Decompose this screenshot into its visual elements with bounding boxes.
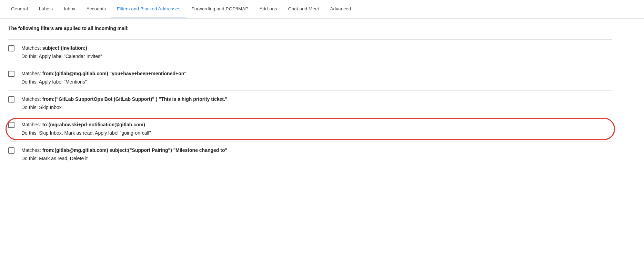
tab-filters[interactable]: Filters and Blocked Addresses bbox=[111, 0, 186, 19]
main-content: The following filters are applied to all… bbox=[0, 19, 621, 174]
filter-3-matches: Matches: from:("GitLab SupportOps Bot (G… bbox=[21, 96, 612, 103]
filter-2-content: Matches: from:(gitlab@mg.gitlab.com) "yo… bbox=[21, 70, 612, 86]
tab-general[interactable]: General bbox=[6, 0, 33, 19]
filter-2-action: Do this: Apply label "Mentions" bbox=[21, 78, 612, 86]
filter-3-checkbox[interactable] bbox=[8, 96, 14, 103]
filter-5-content: Matches: from:(gitlab@mg.gitlab.com) sub… bbox=[21, 147, 612, 162]
settings-tabs: GeneralLabelsInboxAccountsFilters and Bl… bbox=[0, 0, 644, 19]
filter-1: Matches: subject:(Invitation:)Do this: A… bbox=[8, 39, 612, 65]
filter-5-action: Do this: Mark as read, Delete it bbox=[21, 155, 612, 162]
filter-4: Matches: to:(mgrabowski+pd-notification@… bbox=[8, 116, 612, 142]
filter-2: Matches: from:(gitlab@mg.gitlab.com) "yo… bbox=[8, 65, 612, 90]
filter-3: Matches: from:("GitLab SupportOps Bot (G… bbox=[8, 90, 612, 116]
section-header: The following filters are applied to all… bbox=[8, 26, 612, 34]
filter-4-content: Matches: to:(mgrabowski+pd-notification@… bbox=[21, 121, 612, 137]
tab-advanced[interactable]: Advanced bbox=[324, 0, 356, 19]
filter-4-matches: Matches: to:(mgrabowski+pd-notification@… bbox=[21, 121, 612, 128]
tab-addons[interactable]: Add-ons bbox=[254, 0, 283, 19]
filter-4-checkbox[interactable] bbox=[8, 122, 14, 128]
tab-labels[interactable]: Labels bbox=[33, 0, 58, 19]
filter-5-checkbox[interactable] bbox=[8, 147, 14, 154]
filter-5-matches: Matches: from:(gitlab@mg.gitlab.com) sub… bbox=[21, 147, 612, 154]
tab-inbox[interactable]: Inbox bbox=[58, 0, 81, 19]
filter-2-matches: Matches: from:(gitlab@mg.gitlab.com) "yo… bbox=[21, 70, 612, 77]
filter-list: Matches: subject:(Invitation:)Do this: A… bbox=[8, 39, 612, 167]
filter-3-content: Matches: from:("GitLab SupportOps Bot (G… bbox=[21, 96, 612, 111]
filter-2-checkbox[interactable] bbox=[8, 71, 14, 77]
filter-3-action: Do this: Skip Inbox bbox=[21, 104, 612, 111]
filter-1-content: Matches: subject:(Invitation:)Do this: A… bbox=[21, 45, 612, 60]
tab-chat[interactable]: Chat and Meet bbox=[283, 0, 325, 19]
filter-1-matches: Matches: subject:(Invitation:) bbox=[21, 45, 612, 52]
tab-forwarding[interactable]: Forwarding and POP/IMAP bbox=[186, 0, 254, 19]
tab-accounts[interactable]: Accounts bbox=[81, 0, 111, 19]
filter-1-action: Do this: Apply label "Calendar Invites" bbox=[21, 53, 612, 60]
filter-5: Matches: from:(gitlab@mg.gitlab.com) sub… bbox=[8, 142, 612, 167]
filter-1-checkbox[interactable] bbox=[8, 45, 14, 51]
filter-4-action: Do this: Skip Inbox, Mark as read, Apply… bbox=[21, 129, 612, 137]
